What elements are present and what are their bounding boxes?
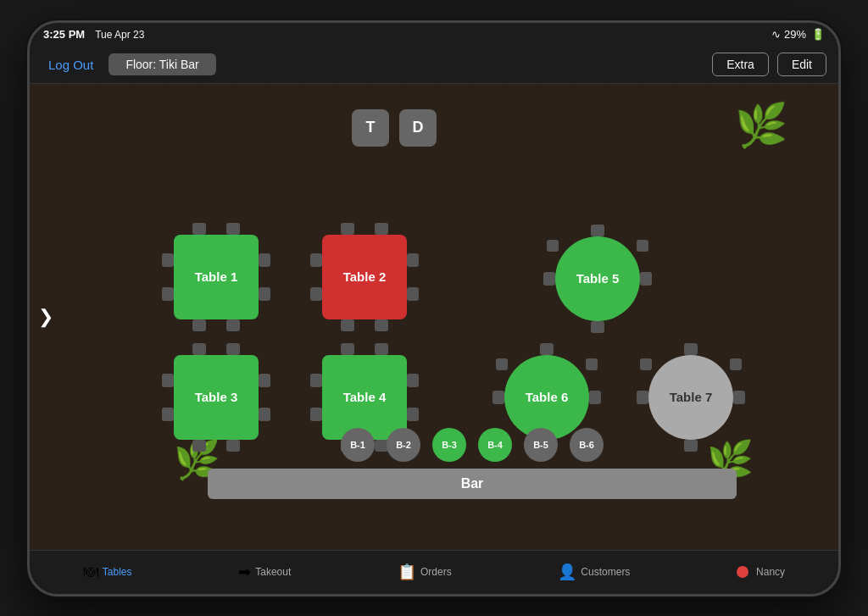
nav-orders[interactable]: 📋 Orders xyxy=(387,559,462,585)
nav-takeout-label: Takeout xyxy=(255,566,291,578)
side-button-right xyxy=(838,296,841,321)
chair xyxy=(226,343,240,355)
bar-stool-b3[interactable]: B-3 xyxy=(432,428,466,462)
chair xyxy=(589,391,601,404)
chair xyxy=(226,223,240,235)
arrow-button[interactable]: ❯ xyxy=(38,306,53,328)
table-2[interactable]: Table 2 xyxy=(322,235,407,319)
chair xyxy=(310,287,322,301)
chair xyxy=(259,253,270,267)
chair xyxy=(496,358,508,370)
edit-button[interactable]: Edit xyxy=(777,53,826,76)
table-7-wrapper: Table 7 xyxy=(648,355,733,440)
nav-customers-label: Customers xyxy=(581,566,630,578)
chair xyxy=(684,343,698,355)
chair xyxy=(375,319,388,331)
chair xyxy=(640,358,652,370)
chair xyxy=(407,287,419,301)
chair xyxy=(637,240,648,252)
bar-stool-b1[interactable]: B-1 xyxy=(341,428,375,462)
chair xyxy=(543,272,555,286)
chair xyxy=(341,319,354,331)
t-button[interactable]: T xyxy=(352,109,389,147)
bar-stools: B-1 B-2 B-3 B-4 B-5 B-6 xyxy=(208,428,737,462)
nav-tables[interactable]: 🍽 Tables xyxy=(73,560,142,585)
top-bar: Log Out Floor: Tiki Bar Extra Edit xyxy=(30,47,838,84)
chair xyxy=(341,223,354,235)
table-7[interactable]: Table 7 xyxy=(648,355,733,440)
bar-stool-b2[interactable]: B-2 xyxy=(387,428,420,462)
status-bar: 3:25 PM Tue Apr 23 ∿ 29% 🔋 xyxy=(30,23,838,47)
chair xyxy=(162,253,174,267)
chair xyxy=(192,223,206,235)
chair xyxy=(375,343,388,355)
chair xyxy=(407,374,419,387)
chair xyxy=(192,343,206,355)
nav-tables-label: Tables xyxy=(103,566,132,578)
chair xyxy=(375,223,388,235)
wifi-icon: ∿ 29% xyxy=(771,28,806,41)
chair xyxy=(407,408,419,421)
nancy-dot xyxy=(737,566,748,578)
table-6[interactable]: Table 6 xyxy=(504,355,589,440)
table-6-wrapper: Table 6 xyxy=(504,355,589,440)
chair xyxy=(586,358,598,370)
nav-takeout[interactable]: ➡ Takeout xyxy=(228,559,301,585)
tables-icon: 🍽 xyxy=(83,563,98,581)
chair xyxy=(341,343,354,355)
table-1[interactable]: Table 1 xyxy=(174,235,259,319)
takeout-icon: ➡ xyxy=(238,563,251,581)
nav-nancy-label: Nancy xyxy=(756,566,785,578)
nav-orders-label: Orders xyxy=(420,566,452,578)
customers-icon: 👤 xyxy=(558,563,576,581)
status-date: Tue Apr 23 xyxy=(95,29,144,41)
table-3[interactable]: Table 3 xyxy=(174,355,259,440)
extra-button[interactable]: Extra xyxy=(712,53,769,76)
d-button[interactable]: D xyxy=(399,109,437,147)
bar-stool-b6[interactable]: B-6 xyxy=(570,428,604,462)
battery-icon: 🔋 xyxy=(811,28,825,41)
chair xyxy=(492,391,504,404)
chair xyxy=(162,287,174,301)
chair xyxy=(192,440,206,452)
bar-stool-b4[interactable]: B-4 xyxy=(478,428,512,462)
table-4-wrapper: Table 4 xyxy=(322,355,407,440)
chair xyxy=(591,225,604,236)
chair xyxy=(310,408,322,421)
bar-counter[interactable]: Bar xyxy=(208,469,737,499)
table-3-wrapper: Table 3 xyxy=(174,355,259,440)
bottom-nav: 🍽 Tables ➡ Takeout 📋 Orders 👤 Customers xyxy=(30,550,838,594)
chair xyxy=(730,358,742,370)
chair xyxy=(637,391,648,404)
chair xyxy=(259,374,270,387)
floor-label: Floor: Tiki Bar xyxy=(108,53,215,75)
table-1-wrapper: Table 1 xyxy=(174,235,259,319)
chair xyxy=(259,408,270,421)
chair xyxy=(162,374,174,387)
chair xyxy=(407,253,419,267)
device-frame: 3:25 PM Tue Apr 23 ∿ 29% 🔋 Log Out Floor… xyxy=(27,20,841,597)
table-5-wrapper: Table 5 xyxy=(555,236,640,321)
nav-nancy[interactable]: Nancy xyxy=(726,563,795,581)
nav-customers[interactable]: 👤 Customers xyxy=(548,559,640,585)
chair xyxy=(192,319,206,331)
chair xyxy=(733,391,745,404)
chair xyxy=(591,321,604,333)
chair xyxy=(640,272,652,286)
chair xyxy=(310,253,322,267)
chair xyxy=(547,240,559,252)
table-5[interactable]: Table 5 xyxy=(555,236,640,321)
plant-top-right: 🌿 xyxy=(735,101,787,150)
table-4[interactable]: Table 4 xyxy=(322,355,407,440)
chair xyxy=(540,343,554,355)
chair xyxy=(162,408,174,421)
bar-section: B-1 B-2 B-3 B-4 B-5 B-6 Bar xyxy=(208,428,737,499)
chair xyxy=(226,319,240,331)
floor-area: ❯ T D 🌿 🌿 🌿 Table 1 xyxy=(30,84,838,550)
log-out-button[interactable]: Log Out xyxy=(42,54,100,75)
chair xyxy=(259,287,270,301)
status-time: 3:25 PM xyxy=(43,28,85,41)
chair xyxy=(310,374,322,387)
table-2-wrapper: Table 2 xyxy=(322,235,407,319)
bar-stool-b5[interactable]: B-5 xyxy=(524,428,558,462)
